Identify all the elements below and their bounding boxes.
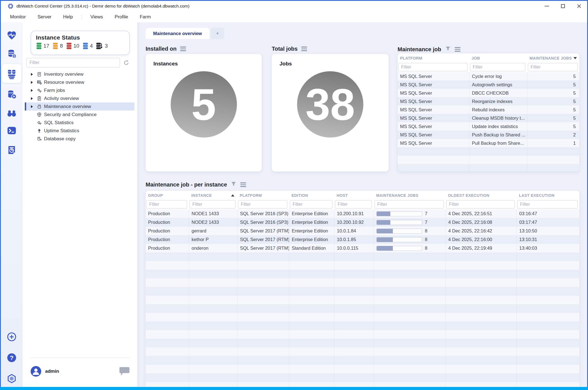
expand-arrow-icon[interactable] xyxy=(31,81,33,84)
table-cell xyxy=(146,339,189,347)
tree-item-database-copy[interactable]: Database copy xyxy=(23,135,137,143)
column-header-platform[interactable]: PLATFORM xyxy=(398,55,469,62)
panel-menu-icon[interactable] xyxy=(455,47,460,52)
filter-funnel-icon[interactable] xyxy=(445,46,451,53)
panel-menu-icon[interactable] xyxy=(301,46,307,51)
table-row[interactable]: ProductionNODE1 1433SQL Server 2016 (SP3… xyxy=(146,209,579,218)
help-circle-icon[interactable]: ? xyxy=(6,352,18,364)
table-cell xyxy=(516,313,579,322)
tree-item-sql-statistics[interactable]: SQL Statistics xyxy=(23,119,137,127)
empty-row xyxy=(146,365,579,373)
selected-indicator xyxy=(25,102,26,111)
column-header-oldest-execution[interactable]: OLDEST EXECUTION xyxy=(445,192,516,199)
panel-menu-icon[interactable] xyxy=(180,46,186,51)
table-row[interactable]: ProductionNODE2 1433SQL Server 2016 (SP3… xyxy=(146,218,579,227)
expand-arrow-icon[interactable] xyxy=(31,97,33,100)
expand-arrow-icon[interactable] xyxy=(31,89,33,92)
add-tab-button[interactable]: + xyxy=(211,28,224,39)
table-cell: 4 Dec 2025, 22:16:08 xyxy=(445,218,516,227)
heart-pulse-icon[interactable] xyxy=(6,29,18,41)
table-row[interactable]: MS SQL ServerCycle error log5 xyxy=(398,72,579,80)
filter-input-oldest-execution[interactable] xyxy=(446,200,515,209)
refresh-icon[interactable] xyxy=(123,60,129,67)
panel-menu-icon[interactable] xyxy=(240,182,246,187)
column-header-instance[interactable]: INSTANCE xyxy=(189,192,237,199)
minimize-button[interactable] xyxy=(539,1,555,11)
table-row[interactable]: MS SQL ServerUpdate index statistics5 xyxy=(398,122,579,131)
tree-item-uptime-statistics[interactable]: Uptime Statistics xyxy=(23,127,137,135)
tab-maintenance-overview[interactable]: Maintenance overview xyxy=(146,28,209,39)
filter-input-maintenance-jobs[interactable] xyxy=(374,200,444,209)
filter-input-instance[interactable] xyxy=(190,200,236,209)
column-header-host[interactable]: HOST xyxy=(334,192,374,199)
table-row[interactable]: MS SQL ServerAutogrowth settings5 xyxy=(398,80,579,89)
binoculars-icon[interactable] xyxy=(6,107,18,119)
table-cell xyxy=(527,147,579,156)
table-row[interactable]: MS SQL ServerCleanup MSDB history t...5 xyxy=(398,114,579,122)
table-row[interactable]: MS SQL ServerRebuild indexes5 xyxy=(398,106,579,114)
table-row[interactable]: MS SQL ServerDBCC CHECKDB5 xyxy=(398,89,579,97)
filter-input-edition[interactable] xyxy=(290,200,332,209)
table-row[interactable]: ProductiononderonSQL Server 2017 (RTM)St… xyxy=(146,244,579,252)
hexagon-settings-icon[interactable] xyxy=(6,372,18,385)
tree-item-maintenance-overview[interactable]: Maintenance overview xyxy=(25,102,134,111)
column-header-last-execution[interactable]: LAST EXECUTION xyxy=(516,192,579,199)
chat-bubble-icon[interactable] xyxy=(118,366,131,376)
table-row[interactable]: ProductiongerrardSQL Server 2017 (RTM)En… xyxy=(146,227,579,235)
tree-item-resource-overview[interactable]: Resource overview xyxy=(23,78,137,86)
report-chart-icon[interactable] xyxy=(6,144,18,156)
menu-help[interactable]: Help xyxy=(57,14,79,20)
table-cell xyxy=(146,296,189,304)
table-cell xyxy=(289,373,334,382)
table-row[interactable]: MS SQL ServerReorganize indexes5 xyxy=(398,97,579,106)
table-cell xyxy=(237,356,289,365)
expand-arrow-icon[interactable] xyxy=(31,105,33,108)
terminal-icon[interactable] xyxy=(6,124,18,137)
filter-funnel-icon[interactable] xyxy=(231,181,237,188)
avatar[interactable] xyxy=(31,366,41,377)
clipboard-icon xyxy=(36,96,44,101)
plus-circle-icon[interactable] xyxy=(6,331,18,343)
tree-item-inventory-overview[interactable]: Inventory overview xyxy=(23,70,137,78)
column-header-group[interactable]: GROUP xyxy=(146,192,189,199)
maximize-button[interactable] xyxy=(555,1,571,11)
column-header-maintenance-jobs[interactable]: MAINTENANCE JOBS xyxy=(527,55,579,62)
column-header-edition[interactable]: EDITION xyxy=(289,192,334,199)
menu-monitor[interactable]: Monitor xyxy=(4,14,32,20)
document-icon xyxy=(36,72,44,77)
table-cell: SQL Server 2016 (SP3) xyxy=(237,218,289,227)
user-row: admin xyxy=(31,364,131,379)
column-header-maintenance-jobs[interactable]: MAINTENANCE JOBS xyxy=(374,192,445,199)
filter-input-host[interactable] xyxy=(335,200,372,209)
table-row[interactable]: Productionkethor PSQL Server 2017 (RTM)E… xyxy=(146,235,579,244)
filter-input-last-execution[interactable] xyxy=(517,200,578,209)
filter-input-job[interactable] xyxy=(470,63,525,71)
menu-farm[interactable]: Farm xyxy=(134,14,157,20)
expand-arrow-icon[interactable] xyxy=(31,73,33,76)
table-cell xyxy=(445,313,516,322)
menu-server[interactable]: Server xyxy=(32,14,57,20)
table-cell: Production xyxy=(146,227,189,235)
tree-item-security-and-compliance[interactable]: Security and Compliance xyxy=(23,111,137,119)
tree-item-farm-jobs[interactable]: Farm jobs xyxy=(23,86,137,94)
table-cell xyxy=(516,365,579,373)
table-row[interactable]: MS SQL ServerPull Backup from Share...1 xyxy=(398,139,579,147)
filter-input-maintenance-jobs[interactable] xyxy=(528,63,578,71)
menu-profile[interactable]: Profile xyxy=(109,14,134,20)
table-cell xyxy=(146,330,189,339)
database-play-icon[interactable] xyxy=(6,88,18,100)
close-button[interactable] xyxy=(571,1,587,11)
sidebar-filter-input[interactable] xyxy=(26,58,120,67)
table-body: ProductionNODE1 1433SQL Server 2016 (SP3… xyxy=(146,209,579,387)
database-gear-icon[interactable] xyxy=(6,48,18,60)
menu-views[interactable]: Views xyxy=(85,14,109,20)
filter-input-platform[interactable] xyxy=(238,200,287,209)
database-farm-icon[interactable] xyxy=(6,68,18,80)
filter-input-group[interactable] xyxy=(146,200,187,209)
tree-item-activity-overview[interactable]: Activity overview xyxy=(23,94,137,102)
jobs-count: 7 xyxy=(425,211,427,216)
column-header-job[interactable]: JOB xyxy=(469,55,527,62)
table-row[interactable]: MS SQL ServerPush Backup to Shared ...2 xyxy=(398,131,579,139)
filter-input-platform[interactable] xyxy=(398,63,467,71)
column-header-platform[interactable]: PLATFORM xyxy=(237,192,289,199)
